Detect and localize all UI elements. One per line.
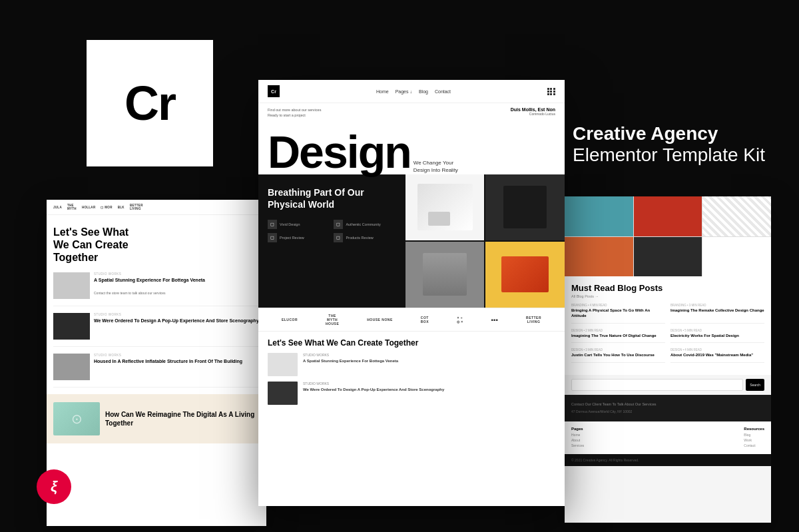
blog-item-2: BRANDING • 3 MIN READ Imagining The Rema… <box>670 304 764 324</box>
portfolio-meta-1: STUDIO WORKS <box>303 353 398 357</box>
hero-design-row: Design We Change Your Design Into Realit… <box>268 129 555 174</box>
rt-img-4 <box>565 237 633 277</box>
photo-purse <box>485 242 565 308</box>
portfolio-title: Let's See What We Can Create Together <box>268 338 555 348</box>
portfolio-item-2: STUDIO WORKS We Were Ordered To Design A… <box>268 382 555 405</box>
brand-5: × ÷◎ × <box>457 316 463 324</box>
right-copyright: © 2021 Creative Agency. All Rights Reser… <box>571 458 764 462</box>
bi-title-2: Imagining The Remake Collective Design C… <box>670 308 764 314</box>
rfn-col-1: Pages Home About Services <box>571 427 584 449</box>
lp-item-3: STUDIO WORKS Housed In A Reflective Infl… <box>53 354 260 388</box>
right-blog: Must Read Blog Posts All Blog Posts → BR… <box>565 276 771 375</box>
feature-item-3: ◻ Project Review <box>268 233 330 242</box>
lbs-2: THEMYTH <box>67 204 77 210</box>
chair-image <box>423 253 466 296</box>
blog-item-6: DESIGN • 4 MIN READ About Covid-2019 Was… <box>670 348 764 363</box>
nav-home: Home <box>376 89 389 94</box>
brand-4: COTBOX <box>421 316 429 324</box>
black-heading: Breathing Part Of Our Physical World <box>268 186 396 210</box>
bi-meta-4: DESIGN • 5 MIN READ <box>670 329 764 332</box>
portfolio-title-2: We Were Ordered To Design A Pop-Up Exper… <box>303 387 444 392</box>
contact-sub: Commodo Luctus <box>511 112 555 116</box>
logo-box: Cr <box>87 40 213 166</box>
brand-2: THEMYTHHOUSE <box>326 314 339 326</box>
bi-meta-3: DESIGN • 2 MIN READ <box>571 329 665 332</box>
feature-label-1: Vivid Design <box>280 222 300 226</box>
lp-thumb-2 <box>53 313 90 340</box>
blog-grid: BRANDING • 4 MIN READ Bringing A Physica… <box>571 304 764 363</box>
rt-img-5 <box>634 237 702 277</box>
lp-title-2: We Were Ordered To Design A Pop-Up Exper… <box>94 318 260 324</box>
design-word: Design <box>268 129 411 174</box>
left-portfolio-list: STUDIO WORKS A Spatial Stunning Experien… <box>47 272 266 388</box>
brand-6: ■■■ <box>491 318 499 322</box>
portfolio-item-1: STUDIO WORKS A Spatial Stunning Experien… <box>268 353 555 376</box>
portfolio-meta-2: STUDIO WORKS <box>303 382 444 386</box>
lp-info-2: STUDIO WORKS We Were Ordered To Design A… <box>94 313 260 326</box>
brand-strip: ELUCOR THEMYTHHOUSE HOUSE NONE COTBOX × … <box>258 308 565 332</box>
right-mockup: Must Read Blog Posts All Blog Posts → BR… <box>565 196 771 523</box>
title-line1: Creative Agency <box>573 123 765 144</box>
mockup-logo: Cr <box>268 85 280 97</box>
title-area: Creative Agency Elementor Template Kit <box>573 123 765 166</box>
lbs-1: JULA <box>53 206 62 209</box>
rt-img-3 <box>702 196 771 236</box>
left-bottom: How Can We Reimagine The Digital As A Li… <box>47 394 266 443</box>
black-section: Breathing Part Of Our Physical World ◻ V… <box>258 174 565 308</box>
rfn-item-blog: Blog <box>744 433 764 437</box>
rt-img-2 <box>634 196 702 236</box>
contact-address: 47 Dormus Avenue/World City, NY 10002 <box>571 409 764 415</box>
bi-title-6: About Covid-2019 Was "Mainstream Media" <box>670 353 764 358</box>
rfn-item-home: Home <box>571 433 584 437</box>
portfolio-thumb-2 <box>268 382 298 405</box>
lp-info-1: STUDIO WORKS A Spatial Stunning Experien… <box>94 272 260 297</box>
photo-bag <box>485 174 565 240</box>
feature-icon-2: ◻ <box>334 220 343 229</box>
feature-icon-1: ◻ <box>268 220 277 229</box>
portfolio-section: Let's See What We Can Create Together ST… <box>258 332 565 417</box>
feature-label-2: Authentic Community <box>346 222 380 226</box>
lp-item-1: STUDIO WORKS A Spatial Stunning Experien… <box>53 272 260 306</box>
contact-strip: Find out more about our servicesReady to… <box>258 103 565 123</box>
blog-subtitle: All Blog Posts → <box>571 294 764 298</box>
lp-meta-2: STUDIO WORKS <box>94 313 260 316</box>
feature-item-1: ◻ Vivid Design <box>268 220 330 229</box>
portfolio-title-1: A Spatial Stunning Experience For Botteg… <box>303 358 398 364</box>
nav-pages: Pages ↓ <box>396 89 412 94</box>
blog-item-3: DESIGN • 2 MIN READ Imagining The True N… <box>571 329 665 344</box>
bi-meta-5: DESIGN • 3 MIN READ <box>571 348 665 352</box>
bike-visual <box>53 402 100 435</box>
right-search: Search <box>565 375 771 395</box>
photo-chair <box>405 242 485 308</box>
feature-icon-4: ◻ <box>334 233 343 242</box>
portfolio-thumb-1 <box>268 353 298 376</box>
left-hero: Let's See What We Can Create Together <box>47 215 266 272</box>
rfn-item-work: Work <box>744 438 764 442</box>
search-input-mock <box>571 379 743 391</box>
photo-hand <box>405 174 485 240</box>
nav-links: Home Pages ↓ Blog Contact <box>376 89 451 94</box>
title-line2: Elementor Template Kit <box>573 144 765 166</box>
lbs-4: ◻ MOR <box>101 206 112 209</box>
hero-design: Design We Change Your Design Into Realit… <box>258 123 565 174</box>
purse-image <box>501 256 549 292</box>
hero-tagline: We Change Your Design Into Reality <box>413 159 467 174</box>
feature-label-4: Products Review <box>346 236 373 240</box>
lp-meta-3: STUDIO WORKS <box>94 354 260 357</box>
portfolio-info-2: STUDIO WORKS We Were Ordered To Design A… <box>303 382 444 392</box>
bi-meta-1: BRANDING • 4 MIN READ <box>571 304 665 307</box>
lbs-5: BLK <box>118 206 125 209</box>
lp-thumb-1 <box>53 272 90 299</box>
rfn-title-2: Resources <box>744 427 764 431</box>
blog-item-4: DESIGN • 5 MIN READ Electricity Works Fo… <box>670 329 764 344</box>
lp-title-1: A Spatial Stunning Experience For Botteg… <box>94 277 260 283</box>
lp-title-3: Housed In A Reflective Inflatable Struct… <box>94 358 260 364</box>
lbs-3: HOLLAR <box>82 206 96 209</box>
feature-label-3: Project Review <box>280 236 304 240</box>
contact-right: Duis Mollis, Est Non Commodo Luctus <box>511 107 555 116</box>
main-mockup: Cr Home Pages ↓ Blog Contact Find out mo… <box>258 80 565 506</box>
bi-title-3: Imagining The True Nature Of Digital Cha… <box>571 334 665 339</box>
left-brand-strip: JULA THEMYTH HOLLAR ◻ MOR BLK BetterLivi… <box>47 200 266 215</box>
blog-item-5: DESIGN • 3 MIN READ Justin Cart Tells Yo… <box>571 348 665 363</box>
contact-left: Find out more about our servicesReady to… <box>268 107 321 119</box>
